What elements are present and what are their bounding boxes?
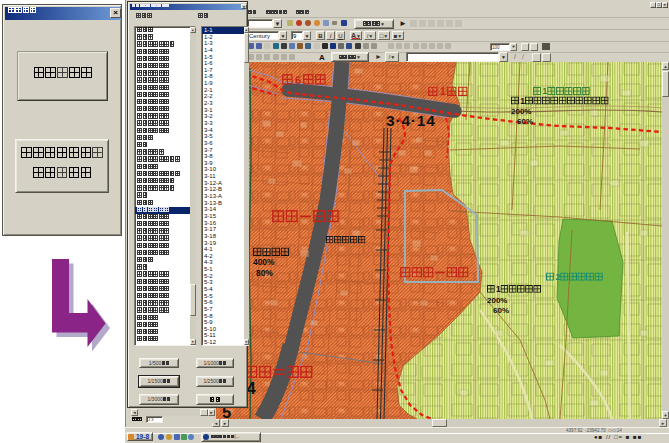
svg-text:80%: 80% xyxy=(256,268,273,278)
svg-text:3·4·14: 3·4·14 xyxy=(386,112,436,129)
svg-text:1: 1 xyxy=(520,96,525,106)
svg-text:400%: 400% xyxy=(253,257,275,267)
svg-text:1: 1 xyxy=(440,86,446,97)
svg-text:1: 1 xyxy=(496,285,501,294)
svg-text:200%: 200% xyxy=(511,107,531,116)
svg-text:60%: 60% xyxy=(493,306,509,315)
svg-text:4: 4 xyxy=(247,379,257,397)
svg-text:1: 1 xyxy=(542,86,547,96)
svg-text:60%: 60% xyxy=(517,117,533,126)
svg-text:6: 6 xyxy=(295,74,301,86)
svg-text:200%: 200% xyxy=(487,296,507,305)
svg-text:2: 2 xyxy=(555,272,560,282)
